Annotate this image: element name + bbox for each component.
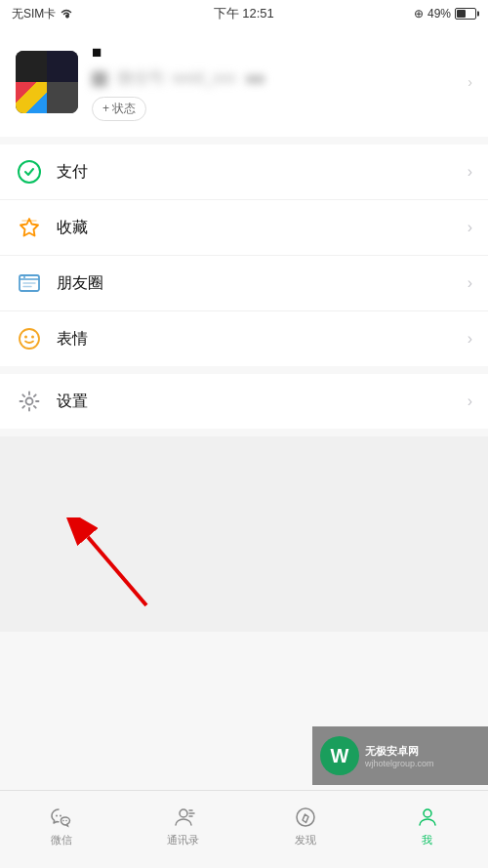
svg-point-14 (297, 808, 314, 826)
watermark-line1: 无极安卓网 (365, 744, 434, 759)
sim-status: 无SIM卡 (12, 6, 56, 22)
profile-small-avatar (92, 71, 107, 87)
wechat-nav-icon (49, 805, 74, 830)
menu-label-favorites: 收藏 (57, 218, 468, 238)
moments-chevron: › (468, 274, 472, 292)
favorites-chevron: › (468, 219, 472, 236)
me-nav-icon (415, 805, 440, 830)
status-right: ⊕ 49% (414, 7, 476, 21)
menu-label-pay: 支付 (57, 162, 468, 183)
nav-item-wechat[interactable]: 微信 (0, 805, 122, 855)
profile-meta: 微信号: wxid_xxx ■■ (92, 68, 454, 89)
avatar[interactable] (16, 51, 78, 113)
gray-area (0, 436, 488, 632)
profile-chevron: › (468, 74, 472, 90)
nav-label-discover: 发现 (295, 833, 316, 847)
settings-icon (16, 388, 43, 415)
status-bar: 无SIM卡 下午 12:51 ⊕ 49% (0, 0, 488, 27)
stickers-icon (16, 325, 43, 352)
pay-icon (16, 158, 43, 186)
svg-point-2 (23, 276, 25, 278)
menu-item-moments[interactable]: 朋友圈 › (0, 256, 488, 311)
watermark-text: 无极安卓网 wjhotelgroup.com (365, 744, 434, 768)
svg-point-6 (26, 398, 33, 405)
svg-point-10 (60, 814, 61, 816)
profile-id: 微信号: wxid_xxx (117, 68, 236, 89)
lock-icon: ⊕ (414, 7, 424, 21)
profile-extra: ■■ (246, 70, 264, 88)
svg-point-12 (65, 819, 67, 821)
status-button[interactable]: + 状态 (92, 97, 146, 121)
menu-group: 支付 › 收藏 › 朋友圈 › (0, 145, 488, 366)
nav-label-wechat: 微信 (51, 833, 72, 847)
svg-point-5 (31, 336, 34, 339)
menu-item-settings[interactable]: 设置 › (0, 374, 488, 429)
nav-label-me: 我 (422, 833, 432, 847)
stickers-chevron: › (468, 330, 472, 348)
battery-icon (455, 8, 476, 20)
settings-chevron: › (468, 393, 472, 410)
watermark-logo: W (320, 736, 359, 775)
status-left: 无SIM卡 (12, 6, 73, 22)
wifi-icon (60, 7, 73, 21)
battery-percent: 49% (427, 7, 451, 21)
watermark-line2: wjhotelgroup.com (365, 759, 434, 768)
status-time: 下午 12:51 (214, 5, 274, 22)
menu-label-stickers: 表情 (57, 329, 468, 350)
menu-item-pay[interactable]: 支付 › (0, 145, 488, 200)
svg-point-3 (20, 329, 39, 349)
nav-item-discover[interactable]: 发现 (244, 805, 366, 855)
svg-point-4 (24, 336, 27, 339)
nav-item-contacts[interactable]: 通讯录 (122, 805, 244, 855)
svg-point-15 (424, 809, 431, 817)
moments-icon (16, 269, 43, 297)
menu-item-favorites[interactable]: 收藏 › (0, 200, 488, 256)
svg-point-11 (62, 819, 64, 821)
menu-label-settings: 设置 (57, 392, 468, 412)
favorites-icon (16, 214, 43, 241)
svg-point-13 (180, 809, 187, 817)
nav-label-contacts: 通讯录 (167, 833, 199, 847)
svg-point-9 (56, 814, 58, 816)
bottom-nav: 微信 通讯录 发现 我 (0, 790, 488, 868)
discover-nav-icon (293, 805, 318, 830)
profile-section: ■ 微信号: wxid_xxx ■■ + 状态 › (0, 27, 488, 137)
menu-group-settings: 设置 › (0, 374, 488, 429)
profile-name: ■ (92, 43, 454, 62)
menu-label-moments: 朋友圈 (57, 273, 468, 294)
profile-info: ■ 微信号: wxid_xxx ■■ + 状态 (92, 43, 454, 121)
nav-item-me[interactable]: 我 (366, 805, 488, 855)
watermark: W 无极安卓网 wjhotelgroup.com (312, 726, 488, 785)
contacts-nav-icon (171, 805, 196, 830)
menu-item-stickers[interactable]: 表情 › (0, 311, 488, 366)
svg-point-0 (19, 161, 40, 183)
pay-chevron: › (468, 163, 472, 181)
